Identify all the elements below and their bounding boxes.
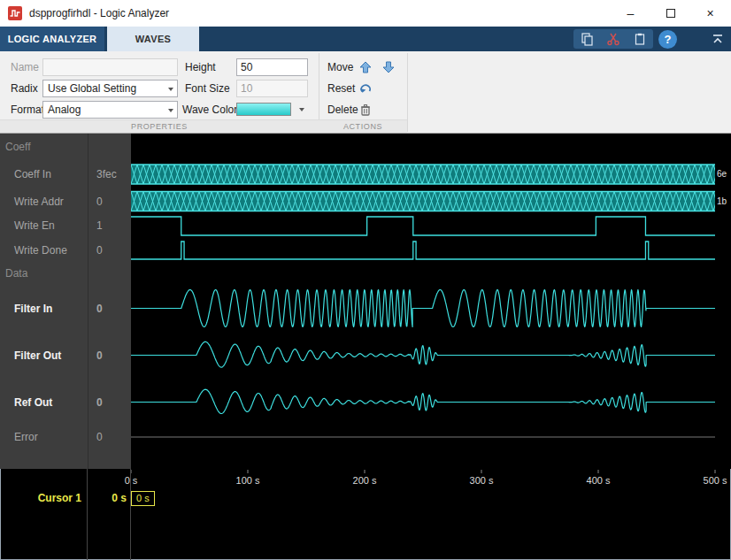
axis-tick-label: 200 s xyxy=(353,475,377,486)
signal-group-label[interactable]: Data xyxy=(0,262,88,285)
signal-value: 0 xyxy=(88,238,131,262)
help-button[interactable]: ? xyxy=(658,30,677,49)
signal-value: 0 xyxy=(88,285,131,332)
signal-value: 0 xyxy=(88,426,131,449)
chevron-down-icon xyxy=(168,109,173,112)
move-up-button[interactable] xyxy=(356,58,375,77)
font-size-input[interactable] xyxy=(236,80,308,97)
section-label-actions: ACTIONS xyxy=(319,119,407,133)
tab-logic-analyzer[interactable]: LOGIC ANALYZER xyxy=(0,27,104,51)
move-label: Move xyxy=(327,58,353,76)
paste-button[interactable] xyxy=(630,30,650,48)
cursor-time-box[interactable]: 0 s xyxy=(131,491,155,506)
column-divider xyxy=(87,469,88,560)
app-icon xyxy=(8,6,22,20)
axis-tick-label: 400 s xyxy=(587,475,611,486)
signal-value: 0 xyxy=(88,332,131,379)
signal-name[interactable]: Ref Out xyxy=(0,379,88,426)
close-button[interactable]: × xyxy=(690,1,730,26)
section-label-properties: PROPERTIES xyxy=(0,119,319,133)
cut-button[interactable] xyxy=(604,30,623,48)
delete-label: Delete xyxy=(327,101,358,119)
signal-names-column: CoeffCoeff InWrite AddrWrite EnWrite Don… xyxy=(0,134,88,469)
reset-button[interactable] xyxy=(356,79,375,98)
name-label: Name xyxy=(11,58,39,76)
height-input[interactable] xyxy=(236,58,308,76)
tab-waves[interactable]: WAVES xyxy=(107,27,199,51)
quick-access-toolbar xyxy=(573,29,653,49)
cursor-name: Cursor 1 xyxy=(0,492,81,504)
signal-value: 0 xyxy=(88,379,131,426)
wave-color-dropdown[interactable] xyxy=(295,101,307,119)
signal-group-label[interactable]: Coeff xyxy=(0,134,88,159)
font-size-label: Font Size xyxy=(185,80,230,97)
signal-value: 1 xyxy=(88,213,131,238)
maximize-icon xyxy=(666,9,675,18)
tabstrip: LOGIC ANALYZER WAVES ? xyxy=(0,27,731,51)
signal-name[interactable]: Write Addr xyxy=(0,189,88,213)
reset-label: Reset xyxy=(327,80,355,97)
column-divider xyxy=(130,469,131,560)
signal-value: 0 xyxy=(88,189,131,213)
radix-select[interactable]: Use Global Setting xyxy=(42,80,178,97)
titlebar: dspprogfirhdl - Logic Analyzer – × xyxy=(0,0,731,27)
bus-edge-value: 6e xyxy=(717,169,727,179)
signal-name[interactable]: Filter In xyxy=(0,285,88,332)
format-label: Format xyxy=(11,101,44,119)
format-value: Analog xyxy=(48,104,81,116)
signal-name[interactable]: Write Done xyxy=(0,238,88,262)
window-title: dspprogfirhdl - Logic Analyzer xyxy=(29,7,169,19)
signal-name[interactable]: Write En xyxy=(0,213,88,238)
chevron-down-icon xyxy=(168,88,173,91)
format-select[interactable]: Analog xyxy=(42,101,178,119)
axis-tick-label: 500 s xyxy=(704,475,727,486)
collapse-toolstrip-button[interactable] xyxy=(708,30,727,48)
axis-tick-label: 100 s xyxy=(236,475,260,486)
wave-color-label: Wave Color xyxy=(182,101,237,119)
radix-value: Use Global Setting xyxy=(48,82,136,95)
height-label: Height xyxy=(185,58,216,76)
toolstrip: Name Radix Use Global Setting Format Ana… xyxy=(0,51,731,134)
copy-button[interactable] xyxy=(577,30,596,48)
signal-name[interactable]: Coeff In xyxy=(0,159,88,189)
move-down-button[interactable] xyxy=(379,58,398,77)
maximize-button[interactable] xyxy=(650,1,690,26)
wave-color-swatch[interactable] xyxy=(236,103,291,116)
axis-tick-label: 0 s xyxy=(125,475,138,486)
section-divider xyxy=(407,53,408,132)
cursor-value: 0 s xyxy=(88,492,127,504)
radix-label: Radix xyxy=(11,80,38,97)
delete-button[interactable] xyxy=(356,100,375,119)
chevron-down-icon xyxy=(299,108,304,111)
signal-name[interactable]: Filter Out xyxy=(0,332,88,379)
up-arrow-icon xyxy=(358,60,373,74)
signal-name[interactable]: Error xyxy=(0,426,88,449)
axis-tick-label: 300 s xyxy=(470,475,494,486)
logic-analyzer-window: dspprogfirhdl - Logic Analyzer – × LOGIC… xyxy=(0,0,731,560)
signal-value: 3fec xyxy=(88,159,131,189)
undo-arrow-icon xyxy=(358,81,373,96)
signal-values-column: 3fec0100000 xyxy=(88,134,131,469)
axis-ticks xyxy=(131,470,715,473)
name-input[interactable] xyxy=(42,58,178,76)
trash-icon xyxy=(358,103,373,117)
waveform-display[interactable] xyxy=(131,134,731,469)
minimize-button[interactable]: – xyxy=(611,1,650,26)
bus-edge-value: 1b xyxy=(717,196,727,206)
down-arrow-icon xyxy=(381,60,396,74)
collapse-icon xyxy=(711,32,725,46)
